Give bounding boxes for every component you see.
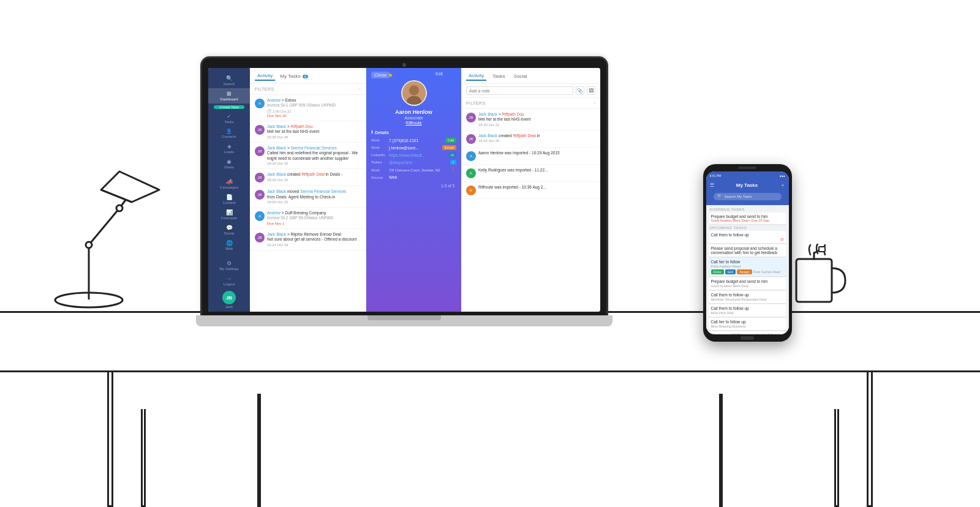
done-button[interactable]: Done	[711, 269, 724, 274]
activity-avatar: A	[255, 211, 265, 221]
task-sub: Mortimer Structured Responses Deal	[711, 298, 784, 301]
sidebar-item-social[interactable]: 💬 Social	[208, 222, 250, 238]
activity-avatar: A	[466, 151, 476, 161]
create-new-button[interactable]: Create New	[214, 105, 244, 109]
user-avatar[interactable]: JB	[222, 291, 236, 304]
source-value: Web	[389, 175, 456, 179]
linkedin-value[interactable]: https://www.linkedl...	[389, 153, 446, 157]
right-activity-item[interactable]: JB Jack Black > Riffpath DouMet her at t…	[461, 109, 600, 130]
activity-title: Jack Black > Riipfox Remove Enroar DealN…	[267, 232, 361, 242]
activity-time: 18:30 Oct 20	[267, 178, 361, 182]
contact-name: Aaron Henlow	[395, 109, 432, 115]
sidebar-item-leads[interactable]: ◈ Leads	[208, 141, 250, 156]
right-tab-tasks[interactable]: Tasks	[490, 72, 507, 80]
sidebar-item-campaigns[interactable]: 📣 Campaigns	[208, 176, 250, 192]
activity-item[interactable]: A Andrew > ExboxInvoice:St-1 GBP 999.0St…	[250, 95, 366, 121]
phone-task-item[interactable]: Prepare budget and send to him Good Avia…	[709, 212, 786, 224]
activity-content: Andrew > ExboxInvoice:St-1 GBP 999.0Stat…	[267, 98, 361, 118]
activity-item[interactable]: JB Jack Black created Riffpath Deal in D…	[250, 169, 366, 186]
activity-content: Jack Black created Riffpath Deal in 18:3…	[478, 133, 595, 144]
right-tab-social[interactable]: Social	[511, 72, 530, 80]
add-note-input[interactable]	[466, 86, 573, 95]
activity-item[interactable]: JB Jack Black moved Sierma Financial Ser…	[250, 186, 366, 208]
phone-task-item[interactable]: Call them to follow up 15	[709, 231, 786, 243]
add-note-bar: 📎 🖼	[461, 84, 600, 98]
note-attachment-btn[interactable]: 📎	[576, 86, 584, 95]
sidebar-item-dashboard[interactable]: ⊞ Dashboard	[208, 88, 250, 103]
phone-home-button[interactable]	[741, 336, 754, 340]
activity-item[interactable]: JB Jack Black > Riipfox Remove Enroar De…	[250, 229, 366, 250]
email-label: Work	[371, 146, 386, 149]
task-title: Call her to follow	[711, 260, 784, 264]
activity-avatar: JB	[255, 125, 265, 135]
sidebar-item-deals[interactable]: ◉ Deals	[208, 156, 250, 171]
contact-edit-button[interactable]: Edit	[435, 72, 443, 76]
activity-item[interactable]: JB Jack Black > Riffpath DouMet her at t…	[250, 121, 366, 143]
contact-company[interactable]: Riffroute	[405, 121, 421, 125]
phone-menu-icon[interactable]: ☰	[710, 182, 714, 188]
linkedin-icon-btn[interactable]: in	[448, 152, 456, 157]
right-activity-item[interactable]: R Riffroute was imported - 10:36 Aug 2..…	[461, 182, 600, 199]
linkedin-label: LinkedIn	[371, 153, 386, 157]
sidebar-item-contacts[interactable]: 👤 Contacts	[208, 126, 250, 141]
edit-button[interactable]: Edit	[725, 269, 736, 274]
tasks-badge: 8	[303, 75, 308, 78]
activity-due: Due Nov 20	[267, 114, 361, 118]
activity-avatar: JB	[255, 233, 265, 242]
sidebar-item-web[interactable]: 🌐 Web	[208, 238, 250, 253]
email-button[interactable]: Email	[442, 145, 456, 150]
sidebar-item-content[interactable]: 📄 Content	[208, 192, 250, 207]
phone: 9:41 PM ●●● ☰ My Tasks ＋ 🔍 Search My Tas…	[698, 164, 796, 342]
tab-my-tasks[interactable]: My Tasks 8	[277, 72, 311, 80]
right-activity-item[interactable]: A Aaron Henlow was imported - 10:29 Aug …	[461, 148, 600, 165]
twitter-label: Twitter	[371, 160, 386, 164]
address-label: Work	[371, 168, 386, 172]
sidebar-item-logout[interactable]: → Logout	[208, 273, 250, 288]
right-activity-item[interactable]: JB Jack Black created Riffpath Deal in 1…	[461, 130, 600, 148]
assign-button[interactable]: Assign	[737, 269, 752, 274]
activity-title: Jack Black > Riffpath DouMet her at the …	[267, 124, 361, 135]
call-button[interactable]: Call	[445, 138, 456, 143]
phone-add-icon[interactable]: ＋	[780, 182, 785, 189]
sidebar-item-forecasts[interactable]: 📊 Forecasts	[208, 207, 250, 222]
star-button[interactable]: ★	[388, 72, 393, 78]
sidebar-item-tasks[interactable]: ✓ Tasks	[208, 111, 250, 126]
activity-avatar: A	[255, 99, 265, 108]
activity-item[interactable]: JB Jack Black > Sierma Financial Service…	[250, 143, 366, 169]
filters-chevron[interactable]: ›	[359, 86, 361, 92]
activity-item[interactable]: A Andrew > Duff Brewing CompanyInvoice:S…	[250, 208, 366, 229]
right-tab-activity[interactable]: Activity	[466, 72, 486, 81]
right-filters-chevron[interactable]: ›	[594, 100, 595, 106]
note-image-btn[interactable]: 🖼	[587, 86, 595, 95]
tab-activity[interactable]: Activity	[255, 72, 275, 81]
phone-task-item[interactable]: Please send proposal and schedule a conv…	[709, 244, 786, 257]
phone-notch	[738, 167, 756, 169]
phone-task-item[interactable]: Call them to follow up Mortimer Structur…	[709, 291, 786, 303]
task-title: Please send full terms and schedule a	[711, 333, 784, 334]
sidebar-item-settings[interactable]: ⚙ My Settings	[208, 258, 250, 273]
twitter-value[interactable]: @MayoClinic	[389, 160, 448, 165]
twitter-icon-btn[interactable]: t	[450, 160, 456, 165]
phone-screen: 9:41 PM ●●● ☰ My Tasks ＋ 🔍 Search My Tas…	[706, 171, 789, 334]
activity-avatar: JB	[255, 190, 265, 200]
phone-task-item[interactable]: Call her to follow up Mots Brewing Busin…	[709, 318, 786, 330]
phone-search[interactable]: 🔍 Search My Tasks	[714, 193, 782, 200]
phone-row: Work 7.(374)810-2101 Call	[371, 138, 456, 143]
sidebar-item-search[interactable]: 🔍 Search	[208, 73, 250, 88]
overdue-label: Overdue tasks	[709, 208, 786, 211]
phone-task-item[interactable]: Prepare budget and send to him Good Avia…	[709, 277, 786, 290]
activity-content: Jack Black > Riffpath DouMet her at the …	[267, 124, 361, 139]
svg-rect-11	[819, 247, 825, 252]
phone-status-bar: 9:41 PM ●●●	[706, 171, 789, 180]
activity-title: Riffroute was imported - 10:36 Aug 2...	[478, 185, 595, 190]
activity-time: 18:00 Oct 20	[267, 200, 361, 204]
filters-label: FILTERS	[255, 87, 274, 91]
phone-task-item[interactable]: Call her to follow Parts Fashion Read Do…	[709, 258, 786, 276]
right-activity-list: JB Jack Black > Riffpath DouMet her at t…	[461, 109, 600, 312]
right-activity-item[interactable]: K Kelly Rodrigues was imported - 11:22..…	[461, 165, 600, 182]
phone-task-item[interactable]: Call them to follow up Mots Hick Deal	[709, 304, 786, 317]
phone-value: 7.(374)810-2101	[389, 138, 443, 143]
phone-task-item[interactable]: Please send full terms and schedule a	[709, 331, 786, 334]
lamp	[40, 135, 162, 312]
close-button[interactable]: Close	[371, 72, 390, 78]
